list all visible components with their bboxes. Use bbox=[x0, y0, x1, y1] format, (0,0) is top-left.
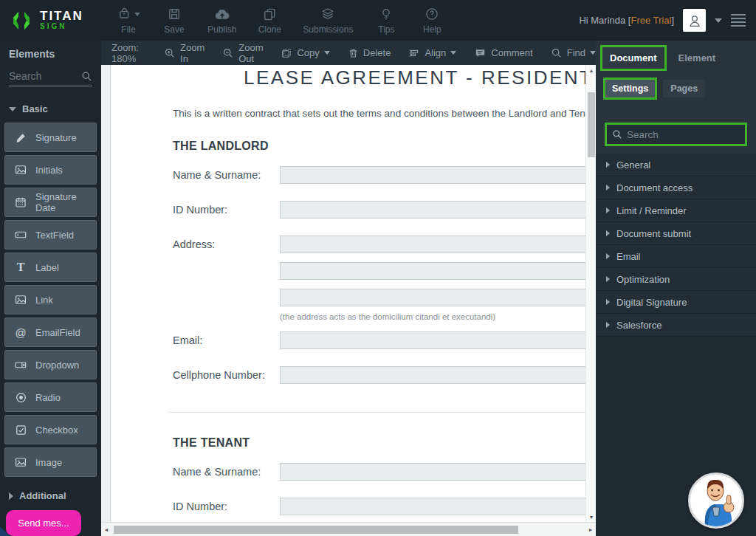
field-label: Cellphone Number: bbox=[173, 366, 280, 384]
element-item-signature[interactable]: Signature bbox=[4, 123, 97, 152]
document-page: LEASE AGREEMENT - RESIDENTIAL This is a … bbox=[110, 65, 596, 522]
user-greeting: Hi Marinda [Free Trial] bbox=[579, 15, 674, 26]
landlord-address-field-3[interactable] bbox=[280, 289, 596, 306]
comment-icon bbox=[474, 47, 487, 59]
elements-search-input[interactable] bbox=[9, 70, 81, 82]
additional-section-header[interactable]: Additional bbox=[0, 490, 101, 501]
help-icon bbox=[425, 7, 439, 21]
scroll-down-arrow[interactable]: ▼ bbox=[586, 512, 596, 522]
element-item-label[interactable]: T Label bbox=[4, 252, 97, 282]
help-mascot-widget[interactable] bbox=[688, 473, 744, 529]
landlord-email-field[interactable] bbox=[280, 331, 596, 349]
element-item-radio[interactable]: Radio bbox=[4, 382, 97, 412]
field-row: Email: bbox=[173, 331, 596, 349]
zoom-out-button[interactable]: Zoom Out bbox=[222, 42, 263, 64]
landlord-address-field-1[interactable] bbox=[280, 236, 596, 253]
file-icon bbox=[117, 7, 132, 21]
submissions-icon bbox=[320, 7, 336, 21]
tab-settings[interactable]: Settings bbox=[603, 78, 657, 100]
field-label: Name & Surname: bbox=[173, 166, 280, 184]
pen-icon bbox=[14, 131, 27, 144]
search-icon bbox=[81, 71, 92, 82]
scroll-up-arrow[interactable]: ▲ bbox=[586, 65, 596, 75]
tips-button[interactable]: Tips bbox=[374, 6, 399, 35]
copy-icon bbox=[281, 47, 292, 59]
element-item-link[interactable]: Link bbox=[4, 285, 97, 315]
send-message-button[interactable]: Send mes... bbox=[6, 510, 81, 536]
scroll-left-arrow[interactable]: ◄ bbox=[101, 523, 111, 536]
zoom-in-button[interactable]: Zoom In bbox=[164, 42, 205, 64]
clone-icon bbox=[262, 7, 277, 21]
comment-button[interactable]: Comment bbox=[474, 47, 532, 59]
settings-search[interactable] bbox=[605, 123, 747, 146]
chevron-down-icon bbox=[9, 107, 16, 111]
free-trial-badge: Free Trial bbox=[630, 15, 671, 26]
dropdown-icon bbox=[14, 358, 27, 371]
publish-icon bbox=[213, 7, 231, 21]
align-caret-icon bbox=[450, 51, 456, 55]
chevron-right-icon bbox=[606, 299, 610, 305]
landlord-cellphone-field[interactable] bbox=[280, 366, 596, 384]
image-icon bbox=[14, 163, 27, 176]
titan-sign-logo[interactable]: TITAN SIGN bbox=[0, 8, 101, 33]
document-canvas[interactable]: LEASE AGREEMENT - RESIDENTIAL This is a … bbox=[101, 65, 596, 522]
accordion-optimization[interactable]: Optimization bbox=[596, 268, 756, 291]
accordion-digital-signature[interactable]: Digital Signature bbox=[596, 291, 756, 314]
accordion-document-submit[interactable]: Document submit bbox=[596, 222, 756, 245]
submissions-button[interactable]: Submissions bbox=[303, 6, 353, 35]
properties-panel: Document Element Settings Pages General … bbox=[596, 41, 756, 536]
tab-element[interactable]: Element bbox=[678, 52, 716, 63]
element-item-signature-date[interactable]: Signature Date bbox=[4, 188, 97, 217]
element-item-emailfield[interactable]: @ EmailField bbox=[4, 317, 97, 347]
accordion-email[interactable]: Email bbox=[596, 245, 756, 268]
element-item-initials[interactable]: Initials bbox=[4, 155, 97, 185]
mascot-icon bbox=[690, 475, 742, 526]
horizontal-scroll-thumb[interactable] bbox=[114, 526, 518, 534]
field-row: Cellphone Number: bbox=[173, 366, 596, 384]
search-icon bbox=[612, 129, 622, 140]
avatar[interactable] bbox=[683, 9, 706, 32]
publish-button[interactable]: Publish bbox=[207, 6, 236, 35]
horizontal-scrollbar[interactable]: ◄ ► bbox=[101, 522, 596, 536]
file-button[interactable]: File bbox=[116, 6, 141, 35]
app-window: TITAN SIGN File Save bbox=[0, 0, 756, 536]
delete-button[interactable]: Delete bbox=[348, 47, 391, 59]
text-T-icon: T bbox=[14, 261, 27, 274]
element-item-checkbox[interactable]: Checkbox bbox=[4, 415, 97, 444]
tenant-id-field[interactable] bbox=[280, 498, 596, 515]
clone-button[interactable]: Clone bbox=[257, 6, 282, 35]
accordion-general[interactable]: General bbox=[596, 154, 756, 176]
landlord-id-field[interactable] bbox=[280, 201, 596, 219]
calendar-icon bbox=[14, 196, 27, 209]
element-item-image[interactable]: Image bbox=[4, 447, 97, 477]
settings-accordion: General Document access Limit / Reminder… bbox=[596, 154, 756, 337]
vertical-scrollbar[interactable]: ▲ ▼ bbox=[585, 65, 596, 522]
copy-button[interactable]: Copy bbox=[281, 47, 329, 59]
accordion-limit-reminder[interactable]: Limit / Reminder bbox=[596, 199, 756, 222]
user-icon bbox=[687, 13, 703, 29]
field-label: ID Number: bbox=[173, 201, 280, 219]
elements-search[interactable] bbox=[9, 70, 92, 86]
scroll-right-arrow[interactable]: ► bbox=[585, 523, 596, 536]
accordion-document-access[interactable]: Document access bbox=[596, 176, 756, 199]
align-button[interactable]: Align bbox=[408, 47, 456, 59]
menu-icon[interactable] bbox=[731, 14, 746, 27]
field-label: ID Number: bbox=[173, 498, 280, 515]
help-button[interactable]: Help bbox=[419, 6, 444, 35]
account-chevron-down-icon[interactable] bbox=[715, 18, 722, 23]
element-item-dropdown[interactable]: Dropdown bbox=[4, 350, 97, 379]
tab-document[interactable]: Document bbox=[600, 45, 667, 71]
document-intro: This is a written contract that sets out… bbox=[173, 108, 596, 119]
tenant-name-field[interactable] bbox=[280, 463, 596, 481]
element-item-textfield[interactable]: TextField bbox=[4, 220, 97, 250]
save-button[interactable]: Save bbox=[162, 6, 187, 35]
vertical-scroll-thumb[interactable] bbox=[588, 92, 595, 157]
basic-section-header[interactable]: Basic bbox=[0, 103, 101, 114]
find-button[interactable]: Find bbox=[551, 47, 596, 59]
landlord-name-field[interactable] bbox=[280, 166, 596, 184]
tab-pages[interactable]: Pages bbox=[663, 80, 705, 97]
landlord-address-field-2[interactable] bbox=[280, 262, 596, 280]
accordion-salesforce[interactable]: Salesforce bbox=[596, 314, 756, 337]
settings-search-input[interactable] bbox=[627, 129, 740, 140]
titan-logo-icon bbox=[9, 8, 34, 33]
